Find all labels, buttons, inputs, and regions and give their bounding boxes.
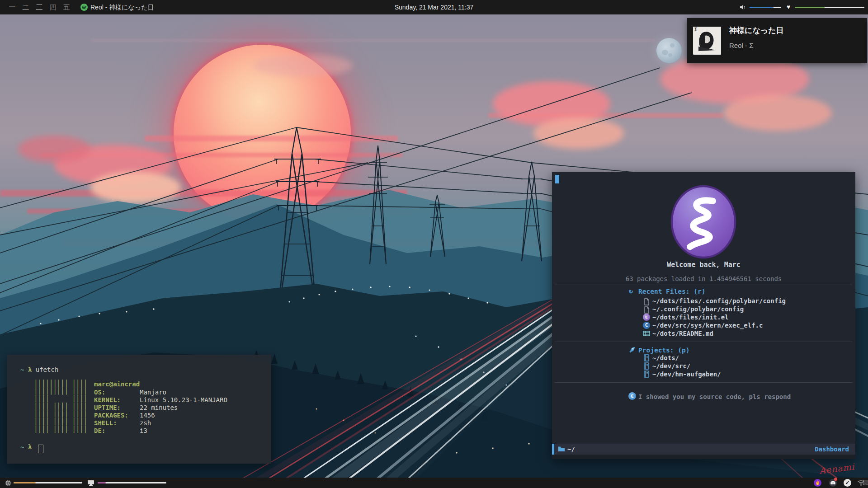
keyboard-icon[interactable]: ⌨ (863, 478, 868, 485)
desktop: Aenami 一 二 三 四 五 Reol - 神様になった日 Sunday, … (0, 0, 868, 488)
welcome-message: Welcome back, Marc (552, 261, 855, 269)
text-cursor (555, 175, 559, 183)
info-label: DE: (94, 427, 105, 434)
prompt-dir: ~ (20, 366, 24, 373)
discord-badge (834, 478, 837, 481)
discord-icon[interactable] (829, 479, 837, 487)
album-art: Σ (693, 27, 721, 55)
terminal-cursor (38, 445, 43, 453)
top-bar: 一 二 三 四 五 Reol - 神様になった日 Sunday, 21 Mar … (0, 0, 868, 14)
modeline-accent (552, 444, 554, 455)
music-notification[interactable]: Σ 神様になった日 Reol - Σ (687, 18, 867, 63)
volume-slider[interactable] (750, 7, 781, 8)
separator (555, 342, 853, 342)
recent-file-3[interactable]: ~/dots/files/init.el (652, 314, 729, 321)
emacs-icon: ε (628, 392, 636, 400)
modeline-mode: Dashboard (815, 446, 849, 453)
manjaro-ascii-art: │││││││││ ││││ │││││││││ ││││ ││││ ││││ … (34, 380, 87, 433)
check-icon[interactable]: ✓ (844, 479, 851, 487)
heart-icon: ♥ (787, 0, 790, 14)
rocket-icon (628, 346, 636, 353)
project-2[interactable]: ~/dev/src/ (652, 362, 690, 370)
cpu-slider[interactable] (14, 482, 82, 483)
terminal-window[interactable]: ~ λ ufetch │││││││││ ││││ │││││││││ ││││… (7, 355, 271, 464)
cpu-icon (5, 479, 12, 487)
prompt-dir: ~ (20, 443, 24, 450)
modeline: ~/ Dashboard (552, 444, 855, 455)
markdown-icon (643, 330, 650, 337)
info-label: SHELL: (94, 419, 117, 427)
info-value: Manjaro (140, 389, 166, 396)
book-icon (643, 371, 650, 378)
recent-file-4[interactable]: ~/dev/src/sys/kern/exec_elf.c (652, 322, 763, 329)
prompt-symbol: λ (28, 443, 32, 450)
folder-icon (558, 446, 565, 453)
book-icon (643, 354, 650, 361)
echo-area (552, 455, 855, 459)
info-label: UPTIME: (94, 404, 121, 411)
info-value: 1456 (140, 412, 155, 419)
info-value: 22 minutes (140, 404, 178, 411)
file-icon (643, 306, 650, 314)
clock: Sunday, 21 Mar 2021, 11:37 (0, 0, 868, 14)
file-icon (643, 298, 650, 305)
load-info: 63 packages loaded in 1.454946561 second… (552, 275, 855, 282)
info-label: OS: (94, 389, 105, 396)
info-label: KERNEL: (94, 396, 121, 404)
bottom-bar: ✓ ⌨ (0, 478, 868, 488)
command-text: ufetch (36, 366, 59, 373)
emacs-icon: ε (643, 314, 650, 321)
separator (555, 382, 853, 383)
dashboard-footer-message: I showed you my source code, pls respond (638, 393, 791, 400)
monitor-icon (87, 479, 95, 487)
book-icon (643, 362, 650, 370)
emacs-window[interactable]: Welcome back, Marc 63 packages loaded in… (552, 172, 855, 459)
project-1[interactable]: ~/dots/ (652, 354, 679, 361)
info-value: zsh (140, 419, 151, 427)
history-icon: ↻ (629, 287, 633, 295)
info-value: i3 (140, 427, 147, 434)
speaker-icon[interactable] (740, 4, 747, 10)
flame-icon[interactable] (814, 479, 821, 487)
projects-header[interactable]: Projects: (p) (638, 347, 690, 354)
project-3[interactable]: ~/dev/hm-aufgaben/ (652, 371, 721, 378)
info-label: PACKAGES: (94, 412, 128, 419)
recent-file-1[interactable]: ~/dots/files/.config/polybar/config (652, 297, 786, 305)
recent-files-header[interactable]: Recent Files: (r) (638, 288, 705, 295)
c-lang-icon: C (643, 322, 650, 329)
user-host: marc@aincrad (94, 380, 140, 388)
emacs-logo (670, 185, 737, 259)
recent-file-2[interactable]: ~/.config/polybar/config (652, 305, 744, 313)
favorites-slider[interactable] (795, 7, 864, 8)
info-value: Linux 5.10.23-1-MANJARO (140, 396, 227, 404)
modeline-path: ~/ (567, 446, 575, 453)
album-art-sigma: Σ (694, 27, 698, 32)
prompt-symbol: λ (28, 366, 32, 373)
recent-file-5[interactable]: ~/dots/README.md (652, 330, 713, 337)
notification-subtitle: Reol - Σ (729, 42, 753, 49)
notification-title: 神様になった日 (729, 25, 784, 36)
separator (555, 285, 853, 285)
brightness-slider[interactable] (98, 482, 166, 483)
